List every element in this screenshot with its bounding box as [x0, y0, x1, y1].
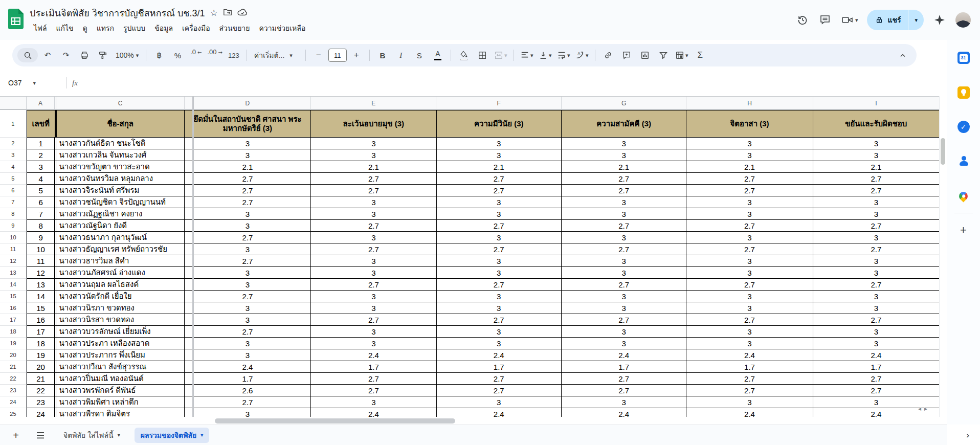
cell-score[interactable]: 2.7: [185, 255, 311, 267]
row-header-4[interactable]: 4: [0, 161, 27, 173]
cell-score[interactable]: 3: [437, 338, 562, 349]
cell-score[interactable]: 3: [311, 338, 436, 349]
cell-name[interactable]: นางสาวธนาภา กุลานุวัฒน์: [55, 232, 184, 243]
cell-score[interactable]: 2.7: [686, 373, 813, 385]
cell-number[interactable]: 22: [27, 385, 55, 396]
cell-score[interactable]: 2.7: [437, 385, 562, 396]
cell-score[interactable]: 2.7: [185, 232, 311, 243]
cell-score[interactable]: 3: [813, 208, 940, 220]
cell-number[interactable]: 17: [27, 326, 55, 338]
cell-name[interactable]: นางสาวธัญญาเรศ ทรัพย์ถาวรชัย: [55, 243, 184, 255]
comment-history-icon[interactable]: [818, 13, 832, 27]
bold-icon[interactable]: B: [374, 48, 391, 62]
row-header-10[interactable]: 10: [0, 232, 27, 243]
cell-number[interactable]: 10: [27, 243, 55, 255]
cell-name[interactable]: นางสาวพีรดา ติมจิตร: [55, 408, 184, 417]
column-header-H[interactable]: H: [686, 97, 813, 110]
row-header-13[interactable]: 13: [0, 267, 27, 279]
cell-score[interactable]: 2.7: [185, 196, 311, 208]
user-avatar[interactable]: [955, 12, 971, 28]
paint-format-icon[interactable]: [94, 48, 112, 62]
cell-score[interactable]: 2.4: [686, 349, 813, 361]
sheet-tab-2-active[interactable]: ผลรวมของจิตพิสัย ▾: [135, 428, 210, 443]
cell-name[interactable]: นางสาวพิมพิศา เหล่าตึก: [55, 396, 184, 408]
cell-name[interactable]: นางสาวนิรภา ขวดทอง: [55, 302, 184, 314]
cell-score[interactable]: 2.1: [185, 161, 311, 173]
cell-score[interactable]: 3: [562, 326, 686, 338]
cell-score[interactable]: 3: [185, 338, 311, 349]
frozen-pane-divider[interactable]: [192, 96, 194, 417]
cell-score[interactable]: 2.7: [185, 185, 311, 196]
table-header-cell[interactable]: ความสามัคคี (3): [562, 110, 686, 138]
table-header-cell[interactable]: จิตอาสา (3): [686, 110, 813, 138]
menu-file[interactable]: ไฟล์: [30, 21, 51, 35]
table-header-cell[interactable]: เลขที่: [27, 110, 55, 138]
cell-score[interactable]: 2.7: [686, 385, 813, 396]
cell-score[interactable]: 1.7: [311, 361, 436, 373]
merge-cells-icon[interactable]: ▾: [492, 48, 509, 62]
hide-toolbar-icon[interactable]: [894, 48, 911, 62]
cell-score[interactable]: 3: [686, 255, 813, 267]
cell-score[interactable]: 2.6: [185, 385, 311, 396]
cell-number[interactable]: 8: [27, 220, 55, 232]
cell-score[interactable]: 3: [311, 302, 436, 314]
cell-score[interactable]: 2.7: [437, 173, 562, 185]
cell-score[interactable]: 2.7: [437, 373, 562, 385]
cell-score[interactable]: 3: [185, 302, 311, 314]
cell-number[interactable]: 23: [27, 396, 55, 408]
cell-score[interactable]: 2.7: [185, 173, 311, 185]
cell-number[interactable]: 24: [27, 408, 55, 417]
cell-score[interactable]: 3: [185, 243, 311, 255]
cell-score[interactable]: 3: [185, 408, 311, 417]
cell-score[interactable]: 3: [686, 396, 813, 408]
undo-icon[interactable]: ↶: [39, 48, 56, 62]
format-currency-icon[interactable]: ฿: [150, 48, 168, 62]
contacts-icon[interactable]: [957, 154, 970, 168]
cell-score[interactable]: 2.7: [813, 243, 940, 255]
cell-name[interactable]: นางสาวจิระนันท์ ศรีพรม: [55, 185, 184, 196]
vertical-align-icon[interactable]: ▾: [537, 48, 554, 62]
row-header-25[interactable]: 25: [0, 408, 27, 417]
cell-score[interactable]: 2.7: [813, 385, 940, 396]
move-folder-icon[interactable]: [223, 8, 232, 18]
cell-name[interactable]: นางสาวนัดรักดี เยื่อใย: [55, 291, 184, 302]
cell-number[interactable]: 14: [27, 291, 55, 302]
horizontal-align-icon[interactable]: ▾: [518, 48, 536, 62]
functions-icon[interactable]: Σ: [692, 48, 709, 62]
cell-number[interactable]: 9: [27, 232, 55, 243]
add-sheet-icon[interactable]: +: [7, 427, 25, 444]
cell-score[interactable]: 2.7: [311, 220, 436, 232]
name-box[interactable]: O37 ▾: [0, 79, 61, 87]
row-header-18[interactable]: 18: [0, 326, 27, 338]
table-header-cell[interactable]: ชื่อ-สกุล: [55, 110, 185, 138]
menu-format[interactable]: รูปแบบ: [119, 21, 149, 35]
cell-score[interactable]: 3: [437, 196, 562, 208]
cell-number[interactable]: 21: [27, 373, 55, 385]
cell-score[interactable]: 2.7: [562, 279, 686, 291]
borders-icon[interactable]: [474, 48, 491, 62]
cell-score[interactable]: 3: [562, 291, 686, 302]
cell-score[interactable]: 2.4: [686, 408, 813, 417]
column-header-C[interactable]: C: [55, 97, 184, 110]
cell-number[interactable]: 4: [27, 173, 55, 185]
name-box-dropdown-icon[interactable]: ▾: [33, 80, 36, 86]
row-header-3[interactable]: 3: [0, 149, 27, 161]
cell-score[interactable]: 3: [311, 396, 436, 408]
cell-score[interactable]: 2.7: [562, 185, 686, 196]
font-size-input[interactable]: 11: [328, 49, 347, 62]
cell-score[interactable]: 2.7: [562, 173, 686, 185]
cell-score[interactable]: 2.1: [813, 161, 940, 173]
cell-number[interactable]: 13: [27, 279, 55, 291]
menu-view[interactable]: ดู: [79, 21, 92, 35]
menu-help[interactable]: ความช่วยเหลือ: [255, 21, 309, 35]
row-header-5[interactable]: 5: [0, 173, 27, 185]
cell-name[interactable]: นางสาวจันทรวิมล หลุมกลาง: [55, 173, 184, 185]
cell-name[interactable]: นางสาวธารวิมล สีคำ: [55, 255, 184, 267]
cell-score[interactable]: 3: [562, 196, 686, 208]
cell-score[interactable]: 3: [686, 138, 813, 149]
cell-score[interactable]: 2.7: [813, 314, 940, 326]
cell-score[interactable]: 2.7: [686, 173, 813, 185]
cell-score[interactable]: 2.7: [185, 326, 311, 338]
cell-score[interactable]: 3: [437, 138, 562, 149]
formula-input[interactable]: [78, 70, 980, 96]
